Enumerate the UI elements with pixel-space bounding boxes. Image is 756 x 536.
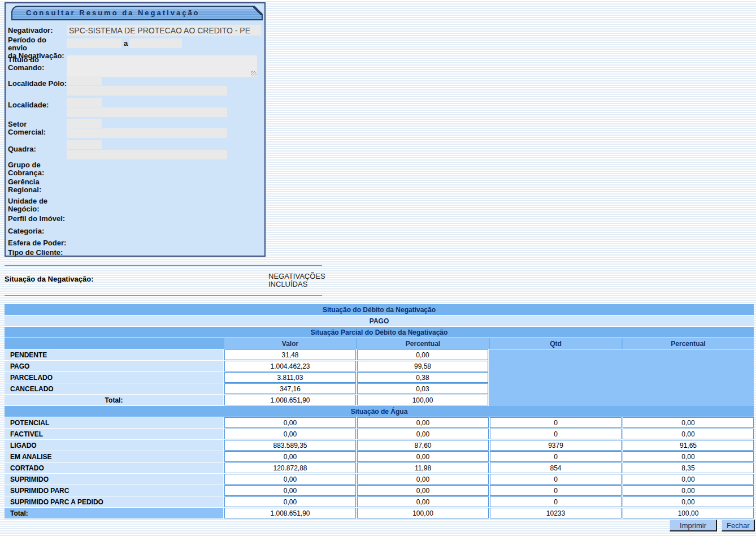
- value-cell: 0,00: [357, 496, 489, 507]
- column-header-qtd-percentual: Percentual: [623, 338, 754, 349]
- value-cell: 100,00: [357, 508, 489, 518]
- section-title-agua: Situação de Água: [5, 406, 754, 417]
- value-cell: 0,00: [357, 417, 489, 428]
- row-label: PAGO: [5, 361, 223, 371]
- table-row: EM ANALISE0,000,0000,00: [5, 451, 754, 462]
- titulo-comando-label: Título do Comando:: [8, 56, 66, 72]
- titulo-comando-textarea[interactable]: [67, 55, 257, 77]
- table-row: LIGADO883.589,3587,60937991,65: [5, 440, 754, 451]
- localidade-polo-desc-input[interactable]: [67, 86, 227, 96]
- setor-desc-input[interactable]: [67, 128, 227, 138]
- value-cell: 0,00: [623, 485, 754, 496]
- tipo-cliente-label: Tipo de Cliente:: [8, 249, 87, 257]
- column-header-valor: Valor: [224, 338, 356, 349]
- value-cell: 0: [490, 496, 622, 507]
- value-cell: 347,16: [224, 383, 356, 394]
- value-cell: 0,00: [224, 417, 356, 428]
- value-cell: 0: [490, 474, 622, 485]
- value-cell: 10233: [490, 508, 622, 518]
- row-label: SUPRIMIDO PARC A PEDIDO: [5, 496, 223, 507]
- value-cell: 0: [490, 451, 622, 462]
- value-cell: 0,00: [357, 349, 488, 360]
- setor-code-input[interactable]: [67, 119, 102, 128]
- row-label: FACTIVEL: [5, 429, 223, 439]
- total-label: Total:: [5, 508, 223, 518]
- row-label: LIGADO: [5, 440, 223, 451]
- table-row: CANCELADO347,160,03: [5, 383, 754, 394]
- total-label: Total:: [5, 395, 223, 405]
- localidade-polo-label: Localidade Pólo:: [8, 80, 70, 88]
- value-cell: 0,00: [623, 451, 754, 462]
- localidade-label: Localidade:: [8, 101, 66, 109]
- perfil-imovel-label: Perfil do Imóvel:: [8, 215, 87, 223]
- value-cell: 1.008.651,90: [224, 508, 356, 518]
- debito-rows: PENDENTE31,480,00PAGO1.004.462,2399,58PA…: [5, 349, 754, 394]
- quadra-desc-input[interactable]: [67, 150, 227, 159]
- row-label: PARCELADO: [5, 372, 223, 383]
- negativador-label: Negativador:: [8, 27, 66, 34]
- value-cell: 31,48: [224, 349, 356, 360]
- value-cell: 8,35: [623, 462, 754, 473]
- value-cell: 3.811,03: [224, 372, 356, 383]
- table-row: CORTADO120.872,8811,988548,35: [5, 462, 754, 473]
- table-row: PAGO1.004.462,2399,58: [5, 361, 754, 371]
- value-cell: 9379: [490, 440, 622, 451]
- value-cell: 100,00: [357, 395, 488, 405]
- periodo-to-input[interactable]: [129, 38, 182, 48]
- value-cell: 1.008.651,90: [224, 395, 356, 405]
- fechar-button[interactable]: Fechar: [722, 520, 755, 531]
- value-cell: 0,00: [623, 429, 754, 439]
- gerencia-regional-label: Gerência Regional:: [8, 178, 66, 194]
- unidade-negocio-label: Unidade de Negócio:: [8, 197, 66, 213]
- value-cell: 0,00: [623, 496, 754, 507]
- column-header-percentual: Percentual: [357, 338, 489, 349]
- row-label: PENDENTE: [5, 349, 223, 360]
- row-label: EM ANALISE: [5, 451, 223, 462]
- localidade-polo-code-input[interactable]: [67, 76, 102, 85]
- imprimir-button[interactable]: Imprimir: [670, 520, 717, 531]
- table-row: SUPRIMIDO PARC A PEDIDO0,000,0000,00: [5, 496, 754, 507]
- table-row: SUPRIMIDO0,000,0000,00: [5, 474, 754, 485]
- value-cell: 0,00: [357, 485, 489, 496]
- table-row-total-agua: Total: 1.008.651,90 100,00 10233 100,00: [5, 508, 754, 518]
- value-cell: 854: [490, 462, 622, 473]
- value-cell: 1.004.462,23: [224, 361, 356, 371]
- periodo-from-input[interactable]: [67, 38, 121, 48]
- value-cell: 100,00: [623, 508, 754, 518]
- value-cell: 87,60: [357, 440, 489, 451]
- table-row: PENDENTE31,480,00: [5, 349, 754, 360]
- value-cell: 120.872,88: [224, 462, 356, 473]
- row-label: CORTADO: [5, 462, 223, 473]
- table-row: POTENCIAL0,000,0000,00: [5, 417, 754, 428]
- setor-comercial-label: Setor Comercial:: [8, 120, 66, 136]
- value-cell: 0,00: [623, 474, 754, 485]
- quadra-label: Quadra:: [8, 145, 66, 153]
- row-label: SUPRIMIDO PARC: [5, 485, 223, 496]
- value-cell: 0,00: [224, 485, 356, 496]
- section-title-parcial: Situação Parcial do Débito da Negativaçã…: [5, 327, 754, 338]
- value-cell: 0,00: [224, 496, 356, 507]
- summary-table: Situação do Débito da Negativação PAGO S…: [5, 304, 754, 519]
- value-cell: 99,58: [357, 361, 488, 371]
- value-cell: 0,00: [623, 417, 754, 428]
- negativador-input[interactable]: [67, 25, 261, 36]
- value-cell: 0,00: [357, 429, 489, 439]
- table-header-row: Valor Percentual Qtd Percentual: [5, 338, 754, 349]
- value-cell: 0,00: [224, 429, 356, 439]
- situacao-negativacao-label: Situação da Negativação:: [5, 275, 94, 283]
- value-cell: 0,00: [224, 451, 356, 462]
- value-cell: 11,98: [357, 462, 489, 473]
- section-title-debito: Situação do Débito da Negativação: [5, 304, 754, 315]
- row-label: POTENCIAL: [5, 417, 223, 428]
- table-row-total-debito: Total: 1.008.651,90 100,00: [5, 395, 754, 405]
- divider-bottom: [5, 295, 322, 296]
- localidade-desc-input[interactable]: [67, 107, 227, 117]
- quadra-code-input[interactable]: [67, 140, 102, 149]
- localidade-code-input[interactable]: [67, 98, 102, 107]
- value-cell: 0: [490, 485, 622, 496]
- header-spacer: [5, 338, 223, 349]
- debito-status-row: PAGO: [5, 315, 754, 326]
- column-header-qtd: Qtd: [490, 338, 622, 349]
- value-cell: 0: [490, 417, 622, 428]
- categoria-label: Categoria:: [8, 227, 87, 235]
